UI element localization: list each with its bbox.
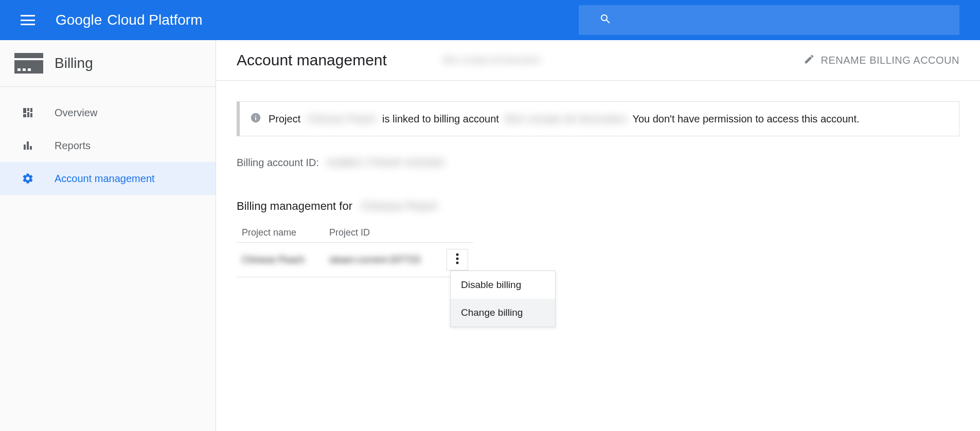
dashboard-icon — [21, 105, 35, 120]
section-project-redacted: Chinese Peach — [361, 200, 437, 213]
svg-rect-8 — [23, 114, 26, 117]
menu-item-disable-billing[interactable]: Disable billing — [451, 271, 555, 299]
cell-project-id-redacted: steam-current-207723 — [329, 255, 420, 265]
row-actions-button[interactable] — [447, 249, 468, 271]
cell-project-name-redacted: Chinese Peach — [242, 255, 329, 265]
account-id-redacted: 018B01-7F6A4F-A2DA84 — [327, 157, 444, 169]
sidebar-items: Overview Reports Account management — [0, 87, 216, 195]
main-content: Account management Mon compte de factura… — [216, 40, 980, 431]
svg-rect-10 — [30, 113, 32, 117]
main-header: Account management Mon compte de factura… — [216, 40, 980, 81]
rename-button-label: RENAME BILLING ACCOUN — [821, 55, 959, 66]
table-header-project-id: Project ID — [329, 227, 370, 238]
reports-icon — [21, 138, 35, 153]
sidebar-item-account-management[interactable]: Account management — [0, 162, 216, 195]
rename-billing-account-button[interactable]: RENAME BILLING ACCOUN — [804, 53, 959, 67]
info-project-redacted: Chinese Peach — [307, 111, 377, 127]
section-title: Billing management for Chinese Peach — [237, 200, 959, 213]
info-middle: is linked to billing account — [382, 113, 499, 124]
gear-icon — [21, 171, 35, 186]
kebab-icon — [456, 253, 459, 267]
account-id-label: Billing account ID: — [237, 157, 319, 168]
sidebar-item-overview[interactable]: Overview — [0, 96, 216, 129]
svg-rect-7 — [30, 108, 32, 112]
svg-rect-9 — [27, 112, 29, 117]
account-name-redacted: Mon compte de facturation — [443, 56, 541, 65]
svg-point-14 — [456, 254, 459, 256]
search-icon — [599, 13, 612, 27]
row-actions-menu: Disable billing Change billing — [450, 271, 556, 327]
svg-rect-1 — [14, 60, 43, 74]
table-header-project-name: Project name — [242, 227, 329, 238]
svg-point-16 — [456, 262, 459, 264]
svg-rect-12 — [27, 141, 29, 150]
pencil-icon — [804, 53, 815, 67]
main-container: Billing Overview Reports Account managem… — [0, 40, 980, 431]
sidebar-item-reports[interactable]: Reports — [0, 129, 216, 162]
projects-table: Project name Project ID Chinese Peach st… — [237, 223, 473, 277]
svg-rect-5 — [23, 108, 26, 113]
sidebar-item-label: Account management — [55, 173, 155, 185]
logo[interactable]: Google Cloud Platform — [56, 12, 202, 28]
table-row: Chinese Peach steam-current-207723 Disab… — [237, 243, 473, 277]
sidebar-item-label: Reports — [55, 140, 91, 152]
svg-rect-0 — [14, 53, 43, 58]
svg-rect-2 — [17, 68, 21, 71]
billing-account-id-row: Billing account ID: 018B01-7F6A4F-A2DA84 — [237, 157, 959, 169]
info-account-redacted: Mon compte de facturation — [505, 111, 627, 127]
menu-item-change-billing[interactable]: Change billing — [451, 299, 555, 327]
svg-rect-4 — [28, 68, 31, 71]
logo-platform: Cloud Platform — [107, 12, 202, 28]
sidebar-header: Billing — [0, 40, 216, 87]
hamburger-menu-icon[interactable] — [21, 15, 35, 25]
info-banner-text: Project Chinese Peach is linked to billi… — [269, 111, 860, 127]
sidebar: Billing Overview Reports Account managem… — [0, 40, 216, 431]
svg-rect-3 — [23, 68, 26, 71]
content-area: Project Chinese Peach is linked to billi… — [216, 81, 980, 298]
search-input[interactable] — [579, 5, 959, 35]
svg-point-15 — [456, 258, 459, 260]
page-title: Account management — [237, 51, 387, 69]
table-header: Project name Project ID — [237, 223, 473, 243]
svg-rect-6 — [27, 108, 29, 111]
logo-google: Google — [56, 12, 102, 28]
svg-rect-13 — [30, 146, 32, 150]
info-prefix: Project — [269, 113, 300, 124]
sidebar-item-label: Overview — [55, 107, 97, 119]
section-title-text: Billing management for — [237, 200, 352, 212]
billing-icon — [14, 53, 43, 74]
info-banner: Project Chinese Peach is linked to billi… — [237, 101, 959, 136]
info-icon — [250, 112, 261, 125]
info-suffix: You don't have permission to access this… — [632, 113, 859, 124]
svg-rect-11 — [24, 145, 26, 150]
sidebar-title: Billing — [55, 55, 93, 71]
top-header: Google Cloud Platform — [0, 0, 980, 40]
